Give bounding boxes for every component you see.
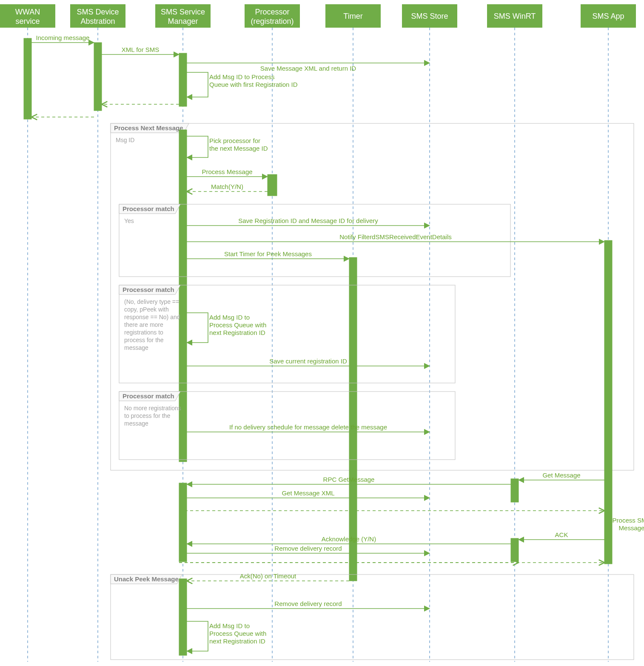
process-sms-label: Process SMSMessage [613, 517, 644, 532]
message-label: Start Timer for Peek Messages [224, 250, 312, 257]
lane-proc-label1: Processor [255, 8, 289, 16]
lane-wwan-label2: service [15, 17, 40, 26]
activation [268, 174, 277, 196]
frame-unack [111, 575, 634, 660]
message-label: Save Registration ID and Message ID for … [238, 217, 378, 224]
frame-pm2-title: Processor match [123, 286, 174, 293]
message-label: Incoming message [36, 34, 90, 41]
lane-proc-label2: (registration) [251, 17, 294, 26]
message-label: Notify FilterdSMSReceivedEventDetails [339, 233, 451, 240]
message-label: Match(Y/N) [211, 183, 243, 190]
frame-pm2-guard: (No, delivery type ==copy, pPeek withres… [124, 298, 180, 351]
frame-pm1-guard: Yes [124, 217, 134, 224]
message-label: Remove delivery record [274, 545, 342, 552]
lane-mgr-label2: Manager [168, 17, 198, 26]
message-label: Acknowledge (Y/N) [322, 535, 376, 543]
activation [179, 130, 187, 462]
frame-pm3-guard: No more registrationsto process for them… [124, 405, 181, 427]
message-label: Process Message [202, 168, 252, 175]
message-label: Save current registration ID [269, 357, 347, 365]
self-message-label: Add Msg ID toProcess Queue withnext Regi… [209, 314, 266, 336]
message-label: Get Message XML [282, 489, 334, 497]
lane-app-label1: SMS App [592, 12, 624, 20]
self-message [187, 621, 208, 651]
activation [511, 538, 519, 562]
activation [349, 257, 357, 581]
activation [24, 38, 31, 119]
message-label: Save Message XML and return ID [260, 65, 356, 72]
activation [94, 43, 102, 111]
activation [604, 240, 612, 564]
frame-process-next [111, 123, 634, 470]
activation [179, 483, 187, 562]
message-label: Get Message [542, 472, 580, 479]
lane-store-label1: SMS Store [411, 12, 448, 20]
lane-timer-label1: Timer [343, 12, 362, 20]
frame-pm3-title: Processor match [123, 392, 174, 400]
self-message [187, 136, 208, 157]
frame-pm1 [119, 204, 510, 277]
activation [511, 479, 519, 502]
self-message-label: Pick processor forthe next Message ID [209, 137, 268, 152]
message-label: If no delivery schedule for message dele… [229, 423, 387, 431]
frame-pm1-title: Processor match [123, 205, 174, 212]
frame-process-next-guard: Msg ID [116, 137, 134, 143]
lane-dev-label1: SMS Device [77, 8, 119, 16]
activation [179, 579, 187, 655]
activation [179, 53, 187, 106]
message-label: Remove delivery record [274, 600, 342, 607]
self-message [187, 72, 208, 97]
self-message-label: Add Msg ID to ProcessQueue with first Re… [209, 73, 298, 88]
frame-process-next-title: Process Next Message [114, 124, 183, 131]
frame-unack-title: Unack Peek Message [114, 575, 179, 583]
message-label: XML for SMS [122, 46, 160, 53]
message-label: Ack(No) on Timeout [240, 572, 296, 580]
lane-mgr-label1: SMS Service [161, 8, 205, 16]
self-message-label: Add Msg ID toProcess Queue withnext Regi… [209, 622, 266, 645]
lane-wwan-label1: WWAN [15, 8, 40, 16]
lane-dev-label2: Abstration [80, 17, 115, 26]
message-label: RPC GetMessage [323, 476, 375, 483]
message-label: ACK [555, 531, 568, 538]
lane-winrt-label1: SMS WinRT [494, 12, 536, 20]
self-message [187, 313, 208, 343]
